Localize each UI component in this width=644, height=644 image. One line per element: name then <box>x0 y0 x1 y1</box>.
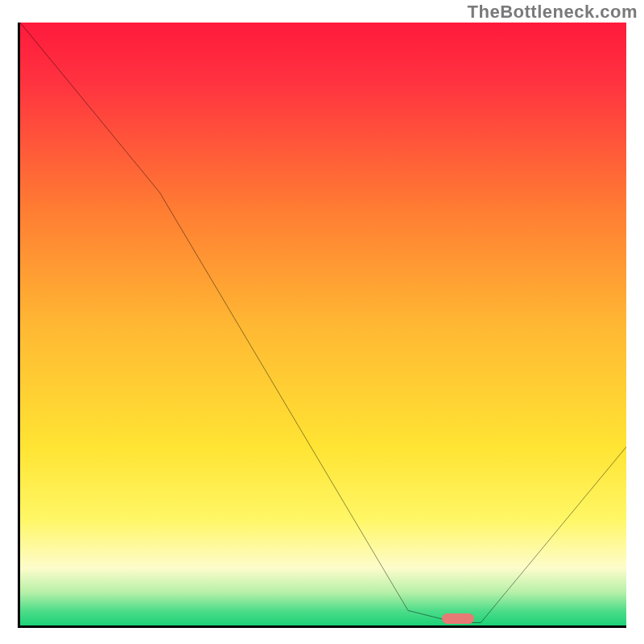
chart-canvas: TheBottleneck.com <box>0 0 644 644</box>
bottleneck-curve <box>20 23 626 628</box>
optimal-marker <box>442 613 474 624</box>
watermark-text: TheBottleneck.com <box>468 2 638 23</box>
plot-frame <box>18 23 626 628</box>
